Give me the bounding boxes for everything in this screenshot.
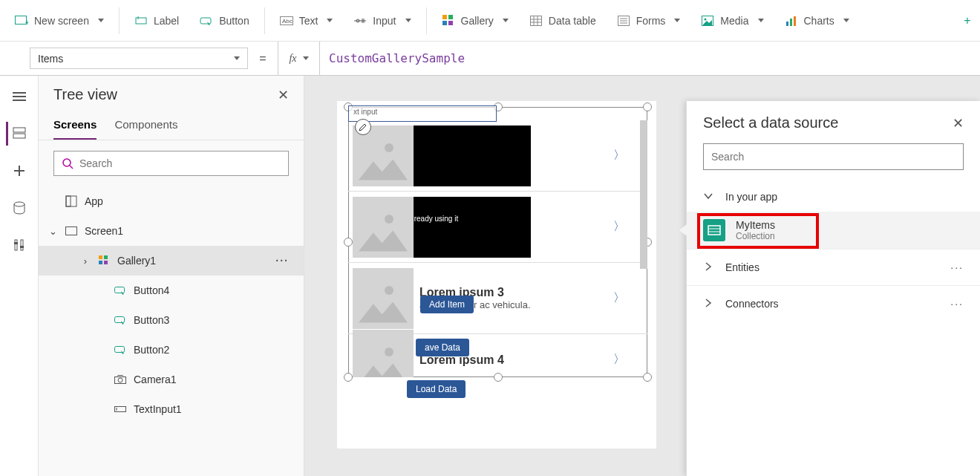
svg-rect-33 <box>13 134 25 138</box>
chevron-down-icon <box>303 56 309 60</box>
chevron-down-icon <box>405 19 411 22</box>
forms-label: Forms <box>636 15 666 27</box>
gallery-item[interactable]: Lorem ipsum 1sit amet, 〉 <box>348 120 647 192</box>
section-label: In your app <box>725 191 777 203</box>
tools-icon[interactable] <box>7 233 31 257</box>
chevron-right-icon[interactable]: 〉 <box>613 148 625 163</box>
charts-icon <box>785 14 798 27</box>
datatable-button[interactable]: Data table <box>520 8 605 33</box>
label-button[interactable]: Label <box>125 8 188 33</box>
forms-icon <box>617 14 630 27</box>
svg-text:Abc: Abc <box>282 18 293 25</box>
more-icon[interactable]: ··· <box>275 255 295 267</box>
svg-rect-26 <box>786 22 788 26</box>
data-icon[interactable] <box>7 196 31 220</box>
tree-search-input[interactable] <box>79 157 281 169</box>
item-sub: Collection <box>736 231 775 241</box>
tree-node-button2[interactable]: Button2 <box>39 335 304 365</box>
svg-rect-46 <box>99 255 102 259</box>
formula-input[interactable]: CustomGallerySample <box>319 42 980 75</box>
chevron-down-icon <box>674 19 680 22</box>
chevron-down-icon <box>327 19 333 22</box>
button-text: Button <box>219 15 249 27</box>
tree-node-textinput1[interactable]: TextInput1 <box>39 394 304 424</box>
charts-button[interactable]: Charts <box>776 8 858 33</box>
canvas[interactable]: xt input Lorem ipsum 1sit amet, 〉 <box>337 101 656 449</box>
tree-node-button4[interactable]: Button4 <box>39 276 304 305</box>
tab-screens[interactable]: Screens <box>53 114 97 140</box>
text-button[interactable]: Abc Text <box>271 8 342 33</box>
tree-view-icon[interactable] <box>6 122 30 146</box>
chevron-right-icon: › <box>80 255 91 267</box>
tab-components[interactable]: Components <box>114 114 177 140</box>
section-in-your-app[interactable]: In your app <box>687 182 980 212</box>
tree-node-screen1[interactable]: ⌄ Screen1 <box>39 216 304 246</box>
textinput-control[interactable]: xt input <box>348 105 497 122</box>
equals-sign: = <box>248 42 278 75</box>
pointer-triangle <box>679 224 687 236</box>
data-source-panel: Select a data source ✕ In your app MyIte… <box>686 101 980 476</box>
close-icon[interactable]: ✕ <box>278 87 289 103</box>
edit-icon[interactable] <box>355 119 371 135</box>
more-icon[interactable]: ··· <box>950 298 964 310</box>
data-source-myitems[interactable]: MyItems Collection <box>687 212 980 249</box>
fx-button[interactable]: fx <box>278 42 319 75</box>
tree-node-button3[interactable]: Button3 <box>39 305 304 335</box>
svg-rect-47 <box>104 255 108 259</box>
datatable-label: Data table <box>549 15 596 27</box>
gallery-item[interactable]: Yo t up or you're already using it metus… <box>348 192 647 263</box>
gallery-item[interactable]: Lorem ipsum 4 〉 <box>348 334 647 377</box>
button-button[interactable]: Button <box>191 8 258 33</box>
gallery-button[interactable]: Gallery <box>433 8 517 33</box>
plus-icon[interactable]: + <box>961 14 974 27</box>
forms-button[interactable]: Forms <box>608 8 690 33</box>
chevron-down-icon <box>758 19 764 22</box>
section-connectors[interactable]: Connectors ··· <box>687 285 980 322</box>
gallery-icon <box>97 253 111 268</box>
chevron-down-icon <box>703 191 715 203</box>
input-button[interactable]: Input <box>344 8 419 33</box>
image-placeholder-icon <box>353 268 414 329</box>
insert-icon[interactable] <box>7 159 31 183</box>
property-dropdown[interactable]: Items <box>30 48 248 69</box>
load-data-button[interactable]: Load Data <box>407 380 466 398</box>
add-item-button[interactable]: Add Item <box>420 296 474 313</box>
gallery-label: Gallery <box>461 15 494 27</box>
camera-icon <box>113 372 128 387</box>
gallery-control[interactable]: Lorem ipsum 1sit amet, 〉 Yo t up or you'… <box>348 107 647 377</box>
text-label: Text <box>299 15 318 27</box>
save-data-button[interactable]: ave Data <box>416 339 469 356</box>
chevron-right-icon <box>703 298 715 310</box>
data-source-search-input[interactable] <box>711 151 956 163</box>
app-icon <box>64 194 79 209</box>
collection-icon <box>703 219 725 241</box>
media-label: Media <box>720 15 748 27</box>
resize-handle[interactable] <box>643 102 652 111</box>
svg-point-54 <box>118 378 122 382</box>
tree-node-app[interactable]: App <box>39 186 304 216</box>
chevron-right-icon[interactable]: 〉 <box>613 352 625 368</box>
fx-label: fx <box>289 53 296 65</box>
gallery-item[interactable]: Lorem ipsum 3aretra a dolor ac vehicula.… <box>348 263 647 334</box>
section-entities[interactable]: Entities ··· <box>687 249 980 285</box>
textinput-icon <box>113 402 128 417</box>
chevron-right-icon[interactable]: 〉 <box>613 290 625 306</box>
svg-text:+: + <box>25 19 28 26</box>
label-text: Label <box>154 15 179 27</box>
search-icon <box>62 157 74 169</box>
more-icon[interactable]: ··· <box>950 261 964 273</box>
hamburger-icon[interactable] <box>7 85 31 108</box>
tree-node-camera1[interactable]: Camera1 <box>39 365 304 394</box>
input-icon <box>353 14 367 27</box>
separator <box>264 7 265 34</box>
chevron-down-icon <box>503 19 509 22</box>
chevron-right-icon <box>703 261 715 273</box>
tree-node-gallery1[interactable]: › Gallery1 ··· <box>39 246 304 276</box>
new-screen-button[interactable]: + New screen <box>6 8 113 33</box>
data-source-search[interactable] <box>703 143 964 170</box>
media-button[interactable]: Media <box>692 8 772 33</box>
screen-icon <box>64 224 79 238</box>
tree-search[interactable] <box>53 151 289 176</box>
close-icon[interactable]: ✕ <box>953 115 964 131</box>
chevron-down-icon <box>843 19 849 22</box>
